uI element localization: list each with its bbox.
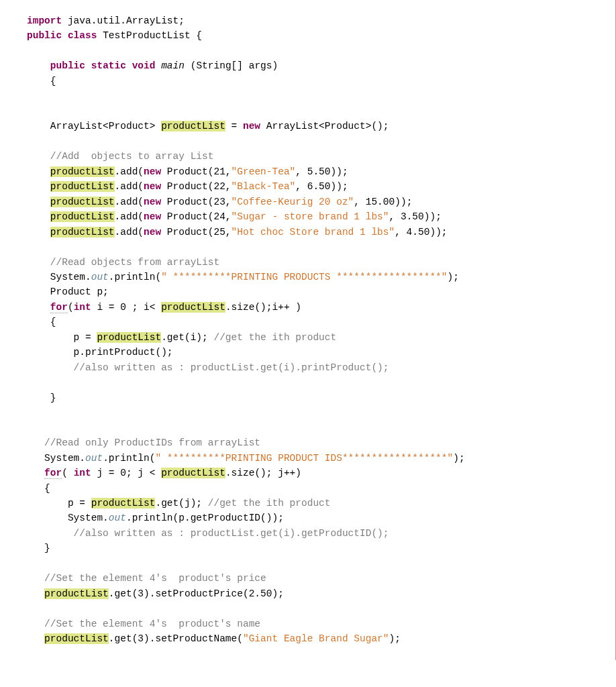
kw-for: for — [50, 302, 68, 313]
product-p: Product p; — [27, 286, 109, 297]
productlist-hl: productList — [50, 197, 115, 207]
productlist-hl: productList — [161, 468, 225, 478]
kw-class: class — [68, 30, 97, 41]
comment-read: //Read objects from arrayList — [27, 257, 219, 268]
kw-import: import — [27, 15, 62, 26]
comment-also1: //also written as : productList.get(i).p… — [27, 362, 389, 373]
indent — [27, 633, 44, 644]
indent — [27, 302, 50, 313]
out-field: out — [85, 453, 103, 464]
arraylist-eq: = — [225, 121, 243, 131]
open-brace2: { — [27, 317, 56, 327]
kw-public: public — [27, 30, 62, 41]
productlist-hl: productList — [44, 588, 109, 599]
close-brace2: } — [27, 543, 50, 553]
str-giant-eagle: "Giant Eagle Brand Sugar" — [243, 633, 389, 644]
productlist-hl: productList — [91, 498, 156, 509]
productlist-hl: productList — [161, 121, 225, 131]
open-brace3: { — [27, 483, 50, 494]
str-green-tea: "Green-Tea" — [232, 166, 296, 177]
comment-set-name: //Set the element 4's product's name — [27, 619, 260, 629]
indent — [27, 181, 50, 192]
comment-get-ith2: //get the ith product — [208, 498, 331, 509]
indent — [27, 468, 44, 478]
code-block: import java.util.ArrayList; public class… — [0, 0, 616, 660]
productlist-hl: productList — [97, 332, 161, 343]
indent — [27, 588, 44, 599]
productlist-hl: productList — [50, 211, 115, 222]
kw-int: int — [74, 468, 91, 478]
comment-add: //Add objects to array List — [27, 151, 213, 162]
import-path: java.util.ArrayList; — [62, 15, 185, 26]
arraylist-end: ArrayList<Product>(); — [260, 121, 389, 131]
kw-void: void — [132, 60, 156, 71]
comment-get-ith: //get the ith product — [213, 332, 336, 343]
productlist-hl: productList — [44, 633, 109, 644]
str-black-tea: "Black-Tea" — [232, 181, 296, 192]
method-main: main — [161, 60, 185, 71]
kw-static: static — [91, 60, 126, 71]
str-sugar: "Sugar - store brand 1 lbs" — [232, 211, 389, 222]
comment-read-ids: //Read only ProductIDs from arrayList — [27, 437, 260, 448]
arraylist-decl1: ArrayList<Product> — [27, 121, 161, 131]
indent — [27, 197, 50, 207]
indent — [27, 227, 50, 237]
out-field: out — [91, 272, 109, 282]
kw-public: public — [50, 60, 85, 71]
kw-int: int — [74, 302, 91, 313]
str-print-ids: " **********PRINTING PRODUCT IDS********… — [155, 453, 453, 464]
str-coffee: "Coffee-Keurig 20 oz" — [232, 197, 354, 207]
str-print-products: " **********PRINTING PRODUCTS **********… — [161, 272, 447, 282]
out-field: out — [109, 513, 126, 523]
comment-set-price: //Set the element 4's product's price — [27, 573, 266, 584]
productlist-hl: productList — [50, 166, 115, 177]
main-args: (String[] args) — [185, 60, 278, 71]
productlist-hl: productList — [50, 181, 115, 192]
str-hotchoc: "Hot choc Store brand 1 lbs" — [232, 227, 395, 237]
kw-new: new — [243, 121, 260, 131]
kw-for: for — [44, 468, 62, 479]
set-price: .get(3).setProductPrice(2.50); — [109, 588, 284, 599]
p-print: p.printProduct(); — [27, 347, 173, 358]
productlist-hl: productList — [161, 302, 225, 313]
productlist-hl: productList — [50, 227, 115, 237]
open-brace: { — [27, 76, 56, 87]
close-brace: } — [27, 392, 56, 403]
indent — [27, 166, 50, 177]
indent — [27, 211, 50, 222]
comment-also2: //also written as : productList.get(i).g… — [27, 528, 389, 539]
class-name: TestProductList { — [97, 30, 202, 41]
